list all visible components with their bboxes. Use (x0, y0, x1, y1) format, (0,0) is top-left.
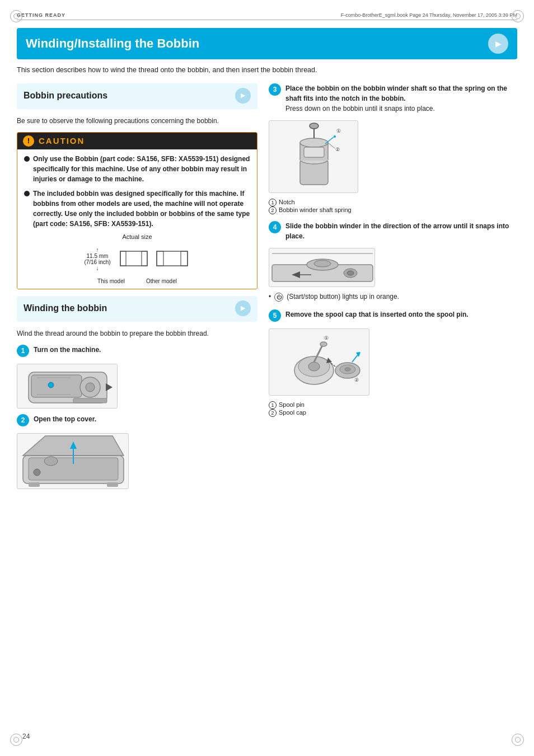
step-4-note: • ⏻ (Start/stop button) lights up in ora… (269, 293, 517, 302)
svg-point-53 (345, 368, 350, 371)
caution-header: ! CAUTION (17, 133, 257, 149)
title-arrow-icon (488, 34, 508, 54)
step-1-text: Turn on the machine. (34, 345, 257, 355)
cover-svg (17, 433, 128, 489)
step-2-diagram (17, 433, 129, 489)
step-5-circle: 5 (269, 309, 281, 322)
bobbin-winder-svg: ① ② (269, 120, 358, 193)
bobbin-precautions-title: Bobbin precautions (24, 91, 107, 101)
label-text-2: Bobbin winder shaft spring (279, 206, 352, 213)
bullet-icon-2 (24, 191, 30, 196)
step-2: 2 Open the top cover. (17, 414, 257, 426)
svg-point-42 (347, 271, 354, 275)
winding-bobbin-body: Wind the thread around the bobbin to pre… (17, 328, 257, 339)
spool-svg: ① ② (269, 328, 369, 396)
caution-text-2: The included bobbin was designed specifi… (33, 189, 250, 229)
label-text-5-1: Spool pin (279, 401, 305, 408)
caution-item-1: Only use the Bobbin (part code: SA156, S… (24, 154, 250, 184)
svg-text:②: ② (354, 377, 359, 383)
step-3-labels: 1 Notch 2 Bobbin winder shaft spring (269, 199, 517, 214)
svg-rect-0 (120, 251, 147, 266)
step-4-diagram (269, 248, 375, 287)
corner-tr (512, 10, 524, 22)
svg-rect-5 (181, 251, 188, 266)
svg-rect-20 (107, 482, 118, 487)
step-5-labels: 1 Spool pin 2 Spool cap (269, 401, 517, 417)
svg-rect-2 (142, 251, 147, 266)
caution-title: CAUTION (39, 136, 85, 145)
step-1-diagram (17, 364, 118, 408)
bobbin-labels: This model Other model (24, 278, 250, 284)
size-diagram: ↑ 11.5 mm (7/16 inch) ↓ (24, 245, 250, 274)
step-5-num: 5 (273, 312, 277, 320)
step-5-label-2: 2 Spool cap (269, 409, 517, 417)
winding-bobbin-title: Winding the bobbin (24, 303, 107, 313)
svg-marker-14 (106, 383, 113, 391)
step-5-diagram: ① ② (269, 328, 369, 396)
caution-icon: ! (23, 135, 34, 147)
intro-text: This section describes how to wind the t… (17, 65, 517, 76)
header-bar: GETTING READY F-combo-BrotherE_sgml.book… (17, 12, 517, 20)
label-num-1: 1 (269, 199, 277, 206)
step-4-note-text: (Start/stop button) lights up in orange. (287, 293, 399, 300)
step-3-content: Place the bobbin on the bobbin winder sh… (285, 83, 517, 114)
bobbin-diagram-svg (118, 245, 190, 273)
step-3-text-bold: Place the bobbin on the bobbin winder sh… (285, 84, 507, 102)
corner-br (512, 734, 524, 746)
svg-rect-4 (157, 251, 163, 266)
winding-bobbin-header: Winding the bobbin (17, 296, 257, 322)
label-text-5-2: Spool cap (279, 409, 306, 416)
step-5-text: Remove the spool cap that is inserted on… (285, 309, 517, 320)
step-2-circle: 2 (17, 414, 29, 426)
svg-point-9 (86, 383, 95, 392)
corner-tl (10, 10, 22, 22)
step-3: 3 Place the bobbin on the bobbin winder … (269, 83, 517, 114)
bobbin-precautions-header: Bobbin precautions (17, 83, 257, 109)
bobbin-shapes (118, 245, 190, 274)
other-model-label: Other model (146, 278, 177, 284)
slide-winder-svg (269, 248, 374, 287)
svg-line-37 (328, 143, 335, 148)
step-1: 1 Turn on the machine. (17, 345, 257, 357)
main-title: Winding/Installing the Bobbin (26, 36, 199, 51)
step-3-label-1: 1 Notch (269, 199, 517, 206)
label-num-2: 2 (269, 206, 277, 214)
svg-point-50 (320, 342, 327, 346)
bobbin-precautions-body: Be sure to observe the following precaut… (17, 116, 257, 126)
step-5-label-1: 1 Spool pin (269, 401, 517, 409)
step-1-circle: 1 (17, 345, 29, 357)
svg-rect-32 (304, 147, 324, 157)
step-2-num: 2 (21, 416, 25, 424)
svg-text:①: ① (336, 128, 341, 134)
svg-point-18 (44, 457, 58, 466)
step-3-text-normal: Press down on the bobbin until it snaps … (285, 105, 435, 112)
page-number: 24 (22, 732, 30, 740)
step-3-circle: 3 (269, 83, 281, 96)
svg-rect-19 (29, 482, 40, 487)
dimension-label: ↑ 11.5 mm (7/16 inch) ↓ (84, 247, 110, 271)
svg-text:②: ② (335, 147, 340, 152)
svg-point-11 (48, 382, 54, 388)
machine-svg (17, 364, 117, 408)
step-3-label-2: 2 Bobbin winder shaft spring (269, 206, 517, 214)
svg-rect-7 (31, 375, 82, 397)
section-arrow-icon (235, 88, 251, 104)
caution-body: Only use the Bobbin (part code: SA156, S… (17, 149, 257, 289)
svg-point-29 (300, 138, 328, 147)
svg-point-31 (310, 123, 318, 129)
svg-text:①: ① (324, 335, 329, 341)
this-model-label: This model (97, 278, 125, 284)
bullet-icon (24, 156, 30, 162)
svg-point-40 (314, 260, 331, 267)
svg-point-34 (334, 135, 336, 138)
right-column: 3 Place the bobbin on the bobbin winder … (269, 83, 517, 495)
left-column: Bobbin precautions Be sure to observe th… (17, 83, 257, 495)
svg-rect-3 (157, 251, 188, 266)
step-3-num: 3 (273, 86, 277, 93)
label-text-1: Notch (279, 199, 295, 205)
winding-section-arrow-icon (235, 300, 251, 316)
step-4-text: Slide the bobbin winder in the direction… (285, 221, 517, 241)
step-4: 4 Slide the bobbin winder in the directi… (269, 221, 517, 241)
caution-box: ! CAUTION Only use the Bobbin (part code… (17, 132, 257, 289)
step-5: 5 Remove the spool cap that is inserted … (269, 309, 517, 322)
